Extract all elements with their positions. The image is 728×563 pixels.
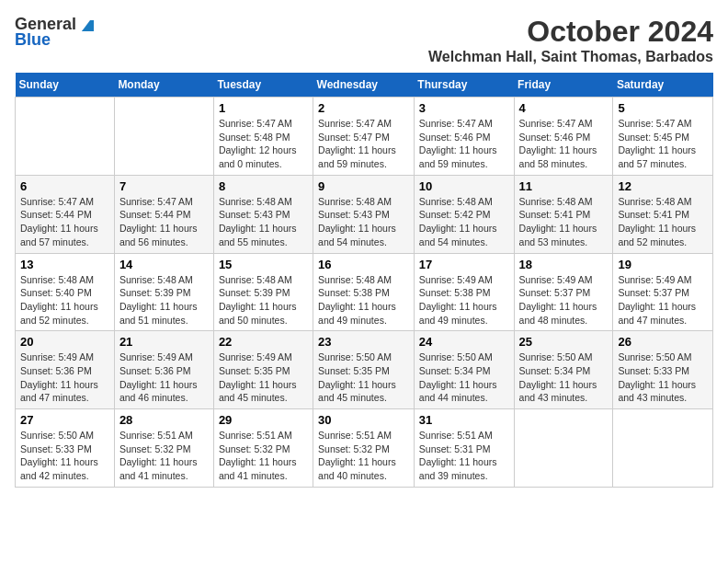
- calendar-cell: 31 Sunrise: 5:51 AM Sunset: 5:31 PM Dayl…: [414, 409, 514, 488]
- calendar-cell: 5 Sunrise: 5:47 AM Sunset: 5:45 PM Dayli…: [613, 98, 713, 176]
- calendar-cell: 30 Sunrise: 5:51 AM Sunset: 5:32 PM Dayl…: [313, 409, 415, 488]
- day-number: 6: [20, 179, 109, 193]
- day-number: 26: [618, 335, 708, 349]
- sunrise-text: Sunrise: 5:49 AM: [419, 274, 493, 285]
- daylight-text: Daylight: 11 hours and 55 minutes.: [219, 223, 297, 247]
- calendar-cell: 22 Sunrise: 5:49 AM Sunset: 5:35 PM Dayl…: [213, 331, 313, 409]
- title-section: October 2024 Welchman Hall, Saint Thomas…: [428, 15, 713, 65]
- sunset-text: Sunset: 5:34 PM: [419, 365, 491, 376]
- day-number: 4: [519, 101, 609, 115]
- sunset-text: Sunset: 5:43 PM: [219, 209, 290, 220]
- calendar-cell: [114, 98, 213, 176]
- sunrise-text: Sunrise: 5:49 AM: [519, 274, 593, 285]
- day-number: 3: [419, 101, 509, 115]
- sunrise-text: Sunrise: 5:49 AM: [20, 351, 94, 362]
- sunset-text: Sunset: 5:36 PM: [20, 365, 92, 376]
- daylight-text: Daylight: 11 hours and 57 minutes.: [20, 223, 98, 247]
- logo-icon: [77, 17, 94, 33]
- daylight-text: Daylight: 11 hours and 54 minutes.: [419, 223, 497, 247]
- calendar-cell: 8 Sunrise: 5:48 AM Sunset: 5:43 PM Dayli…: [213, 175, 313, 253]
- month-title: October 2024: [428, 15, 713, 49]
- sunset-text: Sunset: 5:40 PM: [20, 287, 92, 298]
- weekday-header-sunday: Sunday: [16, 73, 115, 98]
- daylight-text: Daylight: 11 hours and 52 minutes.: [618, 223, 696, 247]
- calendar-cell: 26 Sunrise: 5:50 AM Sunset: 5:33 PM Dayl…: [613, 331, 713, 409]
- sunrise-text: Sunrise: 5:47 AM: [419, 118, 493, 129]
- daylight-text: Daylight: 11 hours and 59 minutes.: [318, 144, 396, 169]
- calendar-cell: 11 Sunrise: 5:48 AM Sunset: 5:41 PM Dayl…: [514, 175, 613, 253]
- day-number: 21: [119, 335, 209, 349]
- day-number: 15: [219, 258, 308, 271]
- weekday-header-wednesday: Wednesday: [313, 73, 415, 98]
- sunset-text: Sunset: 5:36 PM: [119, 365, 191, 376]
- day-number: 1: [219, 101, 308, 115]
- sunset-text: Sunset: 5:32 PM: [219, 443, 290, 454]
- sunrise-text: Sunrise: 5:48 AM: [618, 196, 691, 207]
- sunrise-text: Sunrise: 5:47 AM: [618, 118, 691, 129]
- sunset-text: Sunset: 5:31 PM: [419, 443, 491, 454]
- day-number: 22: [219, 335, 308, 349]
- day-number: 7: [119, 179, 209, 193]
- day-number: 31: [419, 413, 509, 427]
- sunrise-text: Sunrise: 5:49 AM: [219, 351, 292, 362]
- sunrise-text: Sunrise: 5:49 AM: [119, 351, 193, 362]
- sunset-text: Sunset: 5:32 PM: [318, 443, 390, 454]
- calendar-cell: 9 Sunrise: 5:48 AM Sunset: 5:43 PM Dayli…: [313, 175, 415, 253]
- daylight-text: Daylight: 11 hours and 40 minutes.: [318, 456, 396, 481]
- sunrise-text: Sunrise: 5:48 AM: [519, 196, 593, 207]
- day-number: 20: [20, 335, 109, 349]
- sunrise-text: Sunrise: 5:50 AM: [519, 351, 593, 362]
- calendar-cell: 21 Sunrise: 5:49 AM Sunset: 5:36 PM Dayl…: [114, 331, 213, 409]
- day-number: 17: [419, 258, 509, 271]
- calendar-week-1: 1 Sunrise: 5:47 AM Sunset: 5:48 PM Dayli…: [16, 98, 713, 176]
- day-number: 27: [20, 413, 109, 427]
- sunset-text: Sunset: 5:41 PM: [618, 209, 689, 220]
- calendar-cell: 15 Sunrise: 5:48 AM Sunset: 5:39 PM Dayl…: [213, 253, 313, 331]
- sunrise-text: Sunrise: 5:47 AM: [219, 118, 292, 129]
- calendar-week-2: 6 Sunrise: 5:47 AM Sunset: 5:44 PM Dayli…: [16, 175, 713, 253]
- sunset-text: Sunset: 5:47 PM: [318, 132, 390, 143]
- sunrise-text: Sunrise: 5:48 AM: [419, 196, 493, 207]
- day-number: 24: [419, 335, 509, 349]
- sunrise-text: Sunrise: 5:48 AM: [318, 196, 392, 207]
- calendar-cell: [613, 409, 713, 488]
- calendar-cell: 7 Sunrise: 5:47 AM Sunset: 5:44 PM Dayli…: [114, 175, 213, 253]
- daylight-text: Daylight: 11 hours and 51 minutes.: [119, 301, 198, 326]
- calendar-cell: 12 Sunrise: 5:48 AM Sunset: 5:41 PM Dayl…: [613, 175, 713, 253]
- sunset-text: Sunset: 5:32 PM: [119, 443, 191, 454]
- calendar-cell: 25 Sunrise: 5:50 AM Sunset: 5:34 PM Dayl…: [514, 331, 613, 409]
- calendar-cell: 3 Sunrise: 5:47 AM Sunset: 5:46 PM Dayli…: [414, 98, 514, 176]
- calendar-week-4: 20 Sunrise: 5:49 AM Sunset: 5:36 PM Dayl…: [16, 331, 713, 409]
- calendar-cell: 1 Sunrise: 5:47 AM Sunset: 5:48 PM Dayli…: [213, 98, 313, 176]
- day-number: 30: [318, 413, 409, 427]
- calendar-cell: 24 Sunrise: 5:50 AM Sunset: 5:34 PM Dayl…: [414, 331, 514, 409]
- day-number: 8: [219, 179, 308, 193]
- day-number: 9: [318, 179, 409, 193]
- daylight-text: Daylight: 11 hours and 39 minutes.: [419, 456, 497, 481]
- calendar-cell: 27 Sunrise: 5:50 AM Sunset: 5:33 PM Dayl…: [16, 409, 115, 488]
- svg-marker-1: [82, 20, 94, 31]
- day-number: 13: [20, 258, 109, 271]
- sunset-text: Sunset: 5:33 PM: [20, 443, 92, 454]
- calendar-cell: 10 Sunrise: 5:48 AM Sunset: 5:42 PM Dayl…: [414, 175, 514, 253]
- weekday-header-monday: Monday: [114, 73, 213, 98]
- sunrise-text: Sunrise: 5:47 AM: [20, 196, 94, 207]
- sunrise-text: Sunrise: 5:50 AM: [20, 430, 94, 441]
- sunrise-text: Sunrise: 5:48 AM: [20, 274, 94, 285]
- daylight-text: Daylight: 11 hours and 49 minutes.: [318, 301, 396, 326]
- daylight-text: Daylight: 11 hours and 47 minutes.: [20, 379, 98, 404]
- daylight-text: Daylight: 11 hours and 41 minutes.: [119, 456, 198, 481]
- day-number: 5: [618, 101, 708, 115]
- sunrise-text: Sunrise: 5:47 AM: [318, 118, 392, 129]
- day-number: 10: [419, 179, 509, 193]
- daylight-text: Daylight: 11 hours and 52 minutes.: [20, 301, 98, 326]
- sunset-text: Sunset: 5:34 PM: [519, 365, 591, 376]
- day-number: 19: [618, 258, 708, 271]
- logo: General Blue: [15, 15, 94, 50]
- sunrise-text: Sunrise: 5:49 AM: [618, 274, 691, 285]
- day-number: 23: [318, 335, 409, 349]
- daylight-text: Daylight: 11 hours and 56 minutes.: [119, 223, 198, 247]
- daylight-text: Daylight: 11 hours and 49 minutes.: [419, 301, 497, 326]
- sunset-text: Sunset: 5:39 PM: [219, 287, 290, 298]
- sunrise-text: Sunrise: 5:48 AM: [119, 274, 193, 285]
